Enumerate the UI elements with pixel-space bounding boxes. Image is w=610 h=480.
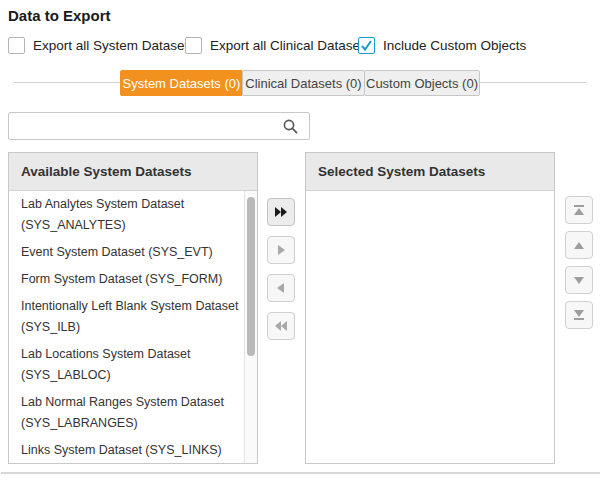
list-item[interactable]: Lab Locations System Dataset (SYS_LABLOC…: [9, 341, 257, 389]
move-up-button[interactable]: [565, 231, 593, 259]
list-item[interactable]: Lab Analytes System Dataset (SYS_ANALYTE…: [9, 191, 257, 239]
search-box: [8, 112, 310, 140]
checkbox-label: Export all System Datasets: [33, 38, 195, 53]
checkbox-label: Include Custom Objects: [383, 38, 526, 53]
tab-system-datasets[interactable]: System Datasets (0): [120, 70, 243, 96]
list-item[interactable]: Form System Dataset (SYS_FORM): [9, 266, 257, 293]
tab-custom-objects[interactable]: Custom Objects (0): [364, 70, 480, 96]
move-all-left-button[interactable]: [267, 312, 295, 340]
move-to-bottom-button[interactable]: [565, 301, 593, 329]
available-panel-header: Available System Datasets: [9, 153, 257, 191]
double-right-arrow-icon: [273, 205, 289, 219]
search-input[interactable]: [9, 113, 282, 139]
move-to-top-button[interactable]: [565, 196, 593, 224]
available-datasets-list: Lab Analytes System Dataset (SYS_ANALYTE…: [9, 191, 257, 463]
checkbox-box-checked[interactable]: [358, 37, 375, 54]
move-up-icon: [572, 238, 586, 252]
bottom-divider: [1, 472, 600, 474]
search-icon: [282, 118, 299, 135]
checkmark-icon: [360, 39, 373, 52]
data-to-export-panel: Data to Export Export all System Dataset…: [0, 0, 610, 480]
list-item[interactable]: Event System Dataset (SYS_EVT): [9, 239, 257, 266]
list-item[interactable]: Links System Dataset (SYS_LINKS): [9, 437, 257, 463]
double-left-arrow-icon: [273, 319, 289, 333]
tab-clinical-datasets[interactable]: Clinical Datasets (0): [242, 70, 365, 96]
scrollbar-thumb[interactable]: [247, 197, 255, 356]
checkbox-label: Export all Clinical Datasets: [210, 38, 371, 53]
page-title: Data to Export: [8, 7, 111, 24]
move-right-button[interactable]: [267, 236, 295, 264]
move-down-button[interactable]: [565, 266, 593, 294]
move-all-right-button[interactable]: [267, 198, 295, 226]
left-arrow-icon: [274, 281, 288, 295]
scrollbar-track[interactable]: [244, 191, 257, 463]
checkbox-include-custom-objects[interactable]: Include Custom Objects: [358, 37, 526, 54]
selected-datasets-panel: Selected System Datasets: [305, 152, 555, 464]
selected-panel-header: Selected System Datasets: [306, 153, 554, 191]
move-left-button[interactable]: [267, 274, 295, 302]
checkbox-export-all-system-datasets[interactable]: Export all System Datasets: [8, 37, 195, 54]
selected-datasets-list: [306, 191, 554, 463]
move-to-top-icon: [572, 203, 586, 217]
move-down-icon: [572, 273, 586, 287]
move-to-bottom-icon: [572, 308, 586, 322]
list-item[interactable]: Lab Normal Ranges System Dataset (SYS_LA…: [9, 389, 257, 437]
list-item[interactable]: Intentionally Left Blank System Dataset …: [9, 293, 257, 341]
available-datasets-panel: Available System Datasets Lab Analytes S…: [8, 152, 258, 464]
checkbox-box[interactable]: [8, 37, 25, 54]
checkbox-box[interactable]: [185, 37, 202, 54]
right-arrow-icon: [274, 243, 288, 257]
checkbox-export-all-clinical-datasets[interactable]: Export all Clinical Datasets: [185, 37, 371, 54]
